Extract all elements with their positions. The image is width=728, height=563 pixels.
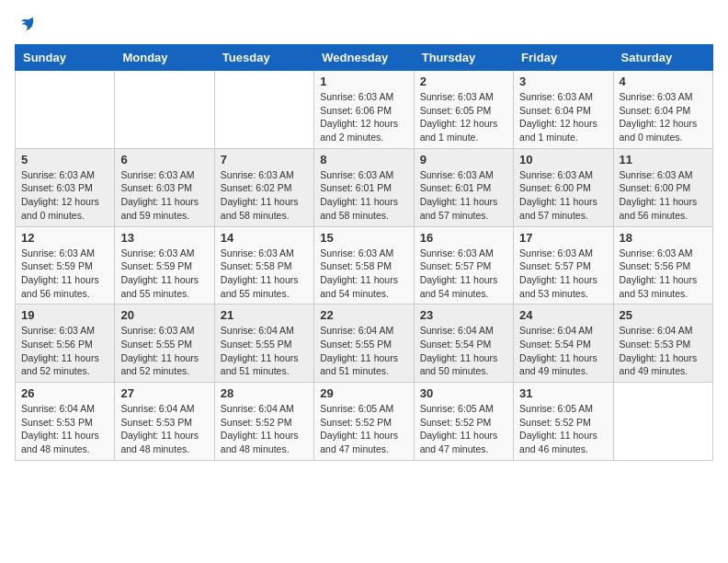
calendar-cell: 19Sunrise: 6:03 AM Sunset: 5:56 PM Dayli…	[16, 304, 115, 383]
day-number: 5	[21, 153, 108, 167]
day-info: Sunrise: 6:05 AM Sunset: 5:52 PM Dayligh…	[320, 402, 407, 456]
calendar-cell: 31Sunrise: 6:05 AM Sunset: 5:52 PM Dayli…	[514, 383, 613, 461]
col-header-friday: Friday	[514, 45, 613, 71]
calendar-cell: 27Sunrise: 6:04 AM Sunset: 5:53 PM Dayli…	[115, 383, 214, 461]
day-number: 16	[420, 231, 507, 245]
calendar-cell: 7Sunrise: 6:03 AM Sunset: 6:02 PM Daylig…	[214, 148, 313, 226]
day-info: Sunrise: 6:03 AM Sunset: 6:00 PM Dayligh…	[620, 168, 707, 223]
day-info: Sunrise: 6:03 AM Sunset: 6:03 PM Dayligh…	[21, 168, 108, 223]
day-info: Sunrise: 6:04 AM Sunset: 5:54 PM Dayligh…	[519, 324, 607, 378]
day-info: Sunrise: 6:03 AM Sunset: 6:00 PM Dayligh…	[519, 168, 607, 223]
calendar-table: SundayMondayTuesdayWednesdayThursdayFrid…	[15, 44, 713, 461]
calendar-cell: 15Sunrise: 6:03 AM Sunset: 5:58 PM Dayli…	[314, 226, 414, 304]
calendar-cell: 2Sunrise: 6:03 AM Sunset: 6:05 PM Daylig…	[414, 71, 513, 149]
col-header-wednesday: Wednesday	[314, 45, 414, 71]
day-info: Sunrise: 6:03 AM Sunset: 6:04 PM Dayligh…	[620, 90, 707, 144]
day-number: 22	[320, 308, 407, 322]
calendar-cell: 8Sunrise: 6:03 AM Sunset: 6:01 PM Daylig…	[314, 148, 414, 226]
day-info: Sunrise: 6:03 AM Sunset: 5:59 PM Dayligh…	[120, 247, 208, 301]
day-info: Sunrise: 6:04 AM Sunset: 5:53 PM Dayligh…	[21, 402, 108, 456]
day-number: 25	[620, 308, 707, 322]
col-header-monday: Monday	[115, 45, 214, 71]
day-number: 28	[221, 386, 308, 400]
calendar-week-row: 1Sunrise: 6:03 AM Sunset: 6:06 PM Daylig…	[16, 71, 713, 149]
day-info: Sunrise: 6:03 AM Sunset: 5:56 PM Dayligh…	[620, 247, 707, 301]
calendar-cell: 29Sunrise: 6:05 AM Sunset: 5:52 PM Dayli…	[314, 383, 414, 461]
calendar-cell: 9Sunrise: 6:03 AM Sunset: 6:01 PM Daylig…	[414, 148, 513, 226]
calendar-cell	[214, 71, 313, 149]
day-info: Sunrise: 6:03 AM Sunset: 5:58 PM Dayligh…	[221, 247, 308, 301]
calendar-cell: 30Sunrise: 6:05 AM Sunset: 5:52 PM Dayli…	[414, 383, 513, 461]
calendar-cell: 12Sunrise: 6:03 AM Sunset: 5:59 PM Dayli…	[16, 226, 115, 304]
day-info: Sunrise: 6:04 AM Sunset: 5:53 PM Dayligh…	[620, 324, 707, 378]
day-info: Sunrise: 6:03 AM Sunset: 6:06 PM Dayligh…	[320, 90, 407, 144]
calendar-cell: 26Sunrise: 6:04 AM Sunset: 5:53 PM Dayli…	[16, 383, 115, 461]
day-number: 29	[320, 386, 407, 400]
logo-bird-icon	[17, 15, 35, 33]
day-info: Sunrise: 6:03 AM Sunset: 5:56 PM Dayligh…	[21, 324, 108, 378]
day-info: Sunrise: 6:05 AM Sunset: 5:52 PM Dayligh…	[420, 402, 507, 456]
day-number: 12	[21, 231, 108, 245]
day-info: Sunrise: 6:05 AM Sunset: 5:52 PM Dayligh…	[519, 402, 607, 456]
day-info: Sunrise: 6:03 AM Sunset: 5:58 PM Dayligh…	[320, 247, 407, 301]
day-number: 1	[320, 75, 407, 88]
day-number: 14	[221, 231, 308, 245]
day-number: 8	[320, 153, 407, 167]
calendar-cell: 22Sunrise: 6:04 AM Sunset: 5:55 PM Dayli…	[314, 304, 414, 383]
calendar-cell: 23Sunrise: 6:04 AM Sunset: 5:54 PM Dayli…	[414, 304, 513, 383]
day-number: 7	[221, 153, 308, 167]
day-number: 11	[620, 153, 707, 167]
calendar-cell: 3Sunrise: 6:03 AM Sunset: 6:04 PM Daylig…	[514, 71, 613, 149]
calendar-cell: 14Sunrise: 6:03 AM Sunset: 5:58 PM Dayli…	[214, 226, 313, 304]
calendar-cell: 24Sunrise: 6:04 AM Sunset: 5:54 PM Dayli…	[514, 304, 613, 383]
calendar-cell: 18Sunrise: 6:03 AM Sunset: 5:56 PM Dayli…	[613, 226, 712, 304]
calendar-week-row: 26Sunrise: 6:04 AM Sunset: 5:53 PM Dayli…	[16, 383, 713, 461]
day-info: Sunrise: 6:04 AM Sunset: 5:52 PM Dayligh…	[221, 402, 308, 456]
logo	[15, 15, 35, 33]
day-number: 15	[320, 231, 407, 245]
day-number: 6	[120, 153, 208, 167]
col-header-thursday: Thursday	[414, 45, 513, 71]
day-info: Sunrise: 6:04 AM Sunset: 5:53 PM Dayligh…	[120, 402, 208, 456]
day-number: 3	[519, 75, 607, 88]
day-info: Sunrise: 6:03 AM Sunset: 5:57 PM Dayligh…	[420, 247, 507, 301]
calendar-cell: 11Sunrise: 6:03 AM Sunset: 6:00 PM Dayli…	[613, 148, 712, 226]
calendar-cell: 17Sunrise: 6:03 AM Sunset: 5:57 PM Dayli…	[514, 226, 613, 304]
day-info: Sunrise: 6:03 AM Sunset: 6:02 PM Dayligh…	[221, 168, 308, 223]
day-number: 23	[420, 308, 507, 322]
calendar-header-row: SundayMondayTuesdayWednesdayThursdayFrid…	[16, 45, 713, 71]
day-number: 10	[519, 153, 607, 167]
day-number: 31	[519, 386, 607, 400]
day-number: 18	[620, 231, 707, 245]
calendar-cell	[613, 383, 712, 461]
col-header-sunday: Sunday	[16, 45, 115, 71]
calendar-cell: 21Sunrise: 6:04 AM Sunset: 5:55 PM Dayli…	[214, 304, 313, 383]
day-info: Sunrise: 6:03 AM Sunset: 5:57 PM Dayligh…	[519, 247, 607, 301]
day-number: 30	[420, 386, 507, 400]
day-number: 20	[120, 308, 208, 322]
calendar-week-row: 5Sunrise: 6:03 AM Sunset: 6:03 PM Daylig…	[16, 148, 713, 226]
day-number: 4	[620, 75, 707, 88]
day-info: Sunrise: 6:03 AM Sunset: 5:59 PM Dayligh…	[21, 247, 108, 301]
day-info: Sunrise: 6:03 AM Sunset: 6:01 PM Dayligh…	[420, 168, 507, 223]
calendar-week-row: 19Sunrise: 6:03 AM Sunset: 5:56 PM Dayli…	[16, 304, 713, 383]
day-number: 13	[120, 231, 208, 245]
day-info: Sunrise: 6:04 AM Sunset: 5:54 PM Dayligh…	[420, 324, 507, 378]
day-number: 24	[519, 308, 607, 322]
calendar-cell: 1Sunrise: 6:03 AM Sunset: 6:06 PM Daylig…	[314, 71, 414, 149]
calendar-cell: 28Sunrise: 6:04 AM Sunset: 5:52 PM Dayli…	[214, 383, 313, 461]
day-info: Sunrise: 6:03 AM Sunset: 6:01 PM Dayligh…	[320, 168, 407, 223]
day-number: 26	[21, 386, 108, 400]
calendar-cell: 4Sunrise: 6:03 AM Sunset: 6:04 PM Daylig…	[613, 71, 712, 149]
day-number: 27	[120, 386, 208, 400]
day-number: 2	[420, 75, 507, 88]
calendar-cell: 13Sunrise: 6:03 AM Sunset: 5:59 PM Dayli…	[115, 226, 214, 304]
calendar-cell: 6Sunrise: 6:03 AM Sunset: 6:03 PM Daylig…	[115, 148, 214, 226]
calendar-cell: 10Sunrise: 6:03 AM Sunset: 6:00 PM Dayli…	[514, 148, 613, 226]
page-header	[15, 15, 713, 33]
calendar-cell: 5Sunrise: 6:03 AM Sunset: 6:03 PM Daylig…	[16, 148, 115, 226]
day-info: Sunrise: 6:03 AM Sunset: 6:03 PM Dayligh…	[120, 168, 208, 223]
day-info: Sunrise: 6:03 AM Sunset: 6:04 PM Dayligh…	[519, 90, 607, 144]
calendar-cell	[115, 71, 214, 149]
calendar-cell: 25Sunrise: 6:04 AM Sunset: 5:53 PM Dayli…	[613, 304, 712, 383]
